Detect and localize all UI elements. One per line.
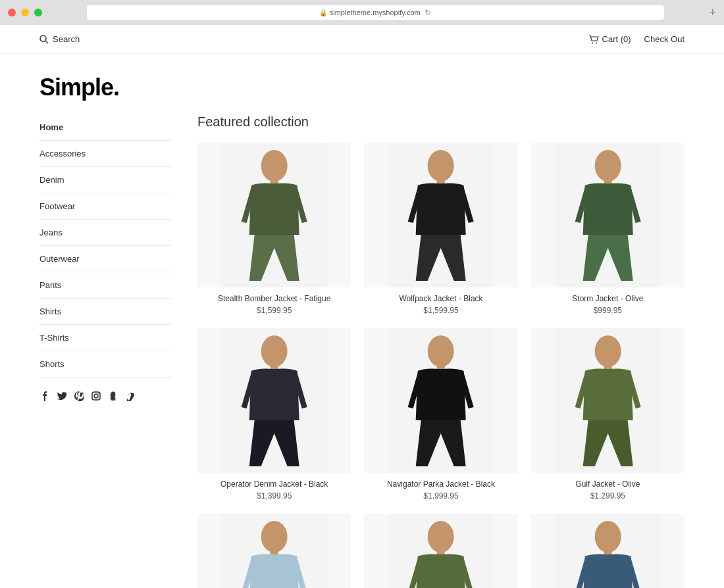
refresh-icon[interactable]: ↻: [423, 8, 432, 17]
product-card[interactable]: Wolfpack Jacket - Black$1,599.95: [364, 143, 517, 315]
browser-window: 🔒 simpletheme.myshopify.com ↻ + Search: [0, 0, 724, 588]
header-right: Cart (0) Check Out: [588, 34, 685, 44]
sidebar-nav: HomeAccessoriesDenimFootwearJeansOuterwe…: [39, 114, 171, 378]
product-card[interactable]: Hoodie - Light Blue$799.95: [197, 514, 351, 588]
svg-point-26: [261, 521, 288, 552]
product-card[interactable]: SaleField Shirt - Olive$699.95: [364, 514, 517, 588]
svg-point-17: [261, 335, 288, 367]
sidebar-item-pants[interactable]: Pants: [39, 272, 171, 298]
product-image-wrapper: [197, 143, 351, 287]
svg-point-32: [594, 521, 621, 552]
svg-point-3: [596, 42, 597, 43]
sidebar: HomeAccessoriesDenimFootwearJeansOuterwe…: [39, 114, 171, 588]
svg-point-23: [594, 335, 621, 367]
product-area: Featured collection Stealth Bomber Jacke…: [197, 114, 685, 588]
product-price: $1,399.95: [197, 491, 351, 501]
product-image-wrapper: [364, 328, 517, 473]
url-text: simpletheme.myshopify.com: [330, 9, 421, 16]
svg-point-5: [94, 394, 98, 398]
vimeo-icon[interactable]: [125, 391, 136, 404]
product-image-wrapper: [531, 328, 685, 473]
svg-point-0: [40, 36, 46, 41]
lock-icon: 🔒: [319, 9, 327, 16]
sidebar-item-denim[interactable]: Denim: [39, 167, 171, 193]
product-image-wrapper: Sale: [531, 514, 685, 588]
collection-title: Featured collection: [197, 114, 685, 130]
pinterest-icon[interactable]: [74, 391, 84, 404]
sidebar-item-accessories[interactable]: Accessories: [39, 141, 171, 166]
product-name: Navigator Parka Jacket - Black: [364, 479, 517, 489]
product-image-wrapper: [197, 328, 351, 473]
checkout-link[interactable]: Check Out: [644, 34, 685, 44]
main-layout: HomeAccessoriesDenimFootwearJeansOuterwe…: [0, 114, 724, 588]
svg-point-6: [98, 393, 99, 394]
product-name: Gulf Jacket - Olive: [531, 479, 685, 489]
product-name: Wolfpack Jacket - Black: [364, 294, 517, 303]
cart-link[interactable]: Cart (0): [588, 34, 631, 44]
product-card[interactable]: Operator Denim Jacket - Black$1,399.95: [197, 328, 351, 501]
svg-point-8: [261, 150, 288, 182]
sidebar-item-shirts[interactable]: Shirts: [39, 299, 171, 324]
product-price: $1,999.95: [364, 491, 517, 501]
svg-point-14: [594, 150, 621, 182]
sidebar-item-footwear[interactable]: Footwear: [39, 193, 171, 219]
maximize-button[interactable]: [34, 9, 42, 16]
product-image-wrapper: Sale: [364, 514, 517, 588]
search-area[interactable]: Search: [39, 34, 80, 44]
product-image-wrapper: [531, 143, 685, 287]
address-bar[interactable]: 🔒 simpletheme.myshopify.com ↻: [87, 5, 664, 20]
social-icons: [39, 391, 171, 404]
snapchat-icon[interactable]: [108, 391, 118, 404]
cart-icon: [588, 35, 599, 44]
search-label: Search: [53, 34, 80, 44]
site-logo: Simple.: [0, 54, 724, 114]
search-icon: [39, 35, 49, 44]
new-tab-button[interactable]: +: [709, 6, 716, 20]
logo-text: Simple.: [39, 74, 685, 101]
product-card[interactable]: Gulf Jacket - Olive$1,299.95: [531, 328, 685, 501]
svg-point-20: [428, 335, 454, 367]
sidebar-item-jeans[interactable]: Jeans: [39, 220, 171, 245]
close-button[interactable]: [8, 9, 16, 16]
minimize-button[interactable]: [21, 9, 29, 16]
svg-point-29: [428, 521, 454, 552]
product-card[interactable]: Storm Jacket - Olive$999.95: [531, 143, 685, 315]
product-image-wrapper: [197, 514, 351, 588]
svg-point-2: [592, 42, 593, 43]
product-name: Storm Jacket - Olive: [531, 294, 685, 303]
product-grid: Stealth Bomber Jacket - Fatigue$1,599.95…: [197, 143, 685, 588]
sidebar-item-shorts[interactable]: Shorts: [39, 351, 171, 377]
cart-label: Cart (0): [602, 34, 631, 44]
product-price: $1,299.95: [531, 491, 685, 501]
sidebar-item-outerwear[interactable]: Outerwear: [39, 246, 171, 272]
product-price: $1,599.95: [197, 306, 351, 315]
instagram-icon[interactable]: [91, 391, 101, 404]
browser-content: Search Cart (0) Check Out Simple.: [0, 25, 724, 588]
product-card[interactable]: SaleDenim Shirt - Blue$599.95: [531, 514, 685, 588]
product-name: Operator Denim Jacket - Black: [197, 479, 351, 489]
product-card[interactable]: Navigator Parka Jacket - Black$1,999.95: [364, 328, 517, 501]
site-header: Search Cart (0) Check Out: [0, 25, 724, 54]
sidebar-item-home[interactable]: Home: [39, 114, 171, 140]
product-image-wrapper: [364, 143, 517, 287]
product-name: Stealth Bomber Jacket - Fatigue: [197, 294, 351, 303]
sidebar-item-t-shirts[interactable]: T-Shirts: [39, 325, 171, 351]
product-card[interactable]: Stealth Bomber Jacket - Fatigue$1,599.95: [197, 143, 351, 315]
svg-point-11: [428, 150, 454, 182]
product-price: $1,599.95: [364, 306, 517, 315]
product-price: $999.95: [531, 306, 685, 315]
facebook-icon[interactable]: [39, 391, 50, 404]
browser-titlebar: 🔒 simpletheme.myshopify.com ↻ +: [0, 0, 724, 25]
svg-line-1: [46, 41, 49, 43]
twitter-icon[interactable]: [57, 391, 67, 404]
